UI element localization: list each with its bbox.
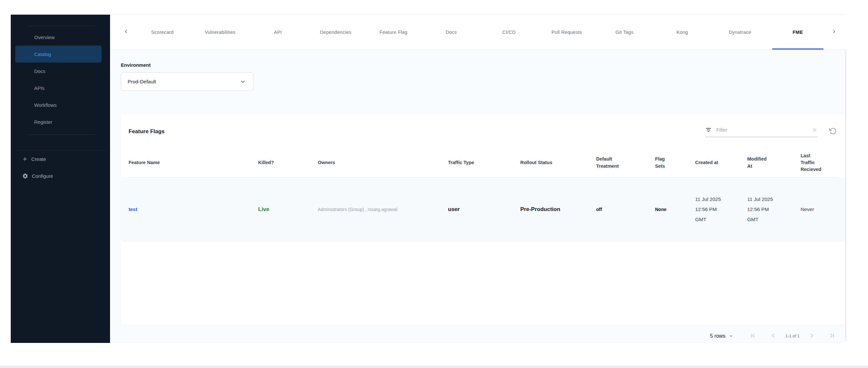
card-header-actions: × xyxy=(705,126,837,137)
column-header-created-at: Created at xyxy=(695,159,747,166)
sidebar-item-apis[interactable]: APIs xyxy=(11,80,110,96)
tab-ci-cd[interactable]: CI/CD xyxy=(480,15,538,50)
content-area: Environment Prod-Default Feature Flags xyxy=(110,50,846,343)
sidebar-item-catalog[interactable]: Catalog xyxy=(15,45,101,63)
last-traffic-recieved-cell: Never xyxy=(801,207,837,212)
gear-icon xyxy=(22,173,28,179)
feature-flags-card: Feature Flags × xyxy=(121,115,844,325)
default-treatment-cell: off xyxy=(596,207,655,212)
sidebar-item-label: Register xyxy=(34,119,53,125)
tab-bar: Scorecard Vulnerabilities API Dependenci… xyxy=(110,15,846,50)
rows-per-page-select[interactable]: 5 rows xyxy=(710,333,734,339)
owners-cell: Administrators (Group) , nisarg.agrawal xyxy=(318,207,448,212)
column-header-traffic-type: Traffic Type xyxy=(448,159,520,166)
tab-api[interactable]: API xyxy=(249,15,307,50)
tab-label: Kong xyxy=(677,30,688,35)
sidebar: Overview Catalog Docs APIs Workflows Reg… xyxy=(11,14,110,343)
chevron-left-icon xyxy=(770,332,776,340)
sidebar-configure-button[interactable]: Configure xyxy=(11,167,110,184)
configure-label: Configure xyxy=(32,173,53,179)
environment-label: Environment xyxy=(121,62,844,68)
filter-box: × xyxy=(705,126,817,137)
feature-name-link[interactable]: test xyxy=(129,207,137,212)
prev-page-button[interactable] xyxy=(763,331,783,342)
tab-pull-requests[interactable]: Pull Requests xyxy=(538,15,595,50)
first-page-button[interactable] xyxy=(743,331,763,342)
table-row: test Live Administrators (Group) , nisar… xyxy=(121,178,844,241)
created-at-cell: 11 Jul 2025 12:56 PM GMT xyxy=(695,194,747,224)
chevron-right-icon xyxy=(808,332,815,340)
chevron-down-icon xyxy=(240,79,246,85)
plus-icon xyxy=(22,156,28,162)
tab-docs[interactable]: Docs xyxy=(422,15,480,50)
filter-input[interactable] xyxy=(716,127,808,133)
refresh-icon xyxy=(829,127,837,136)
tab-label: Git Tags xyxy=(615,30,633,35)
column-header-last-traffic-recieved: Last Traffic Recieved xyxy=(801,152,837,173)
scrollbar-track[interactable] xyxy=(845,51,846,341)
tab-dependencies[interactable]: Dependencies xyxy=(307,15,364,50)
sidebar-item-docs[interactable]: Docs xyxy=(11,63,110,80)
pagination-bar: 5 rows 1-1 of 1 xyxy=(121,325,844,343)
reset-button[interactable] xyxy=(829,127,837,136)
tab-feature-flag[interactable]: Feature Flag xyxy=(365,15,422,50)
clear-filter-icon[interactable]: × xyxy=(812,126,817,134)
last-page-icon xyxy=(829,332,835,340)
sidebar-item-workflows[interactable]: Workflows xyxy=(11,96,110,113)
sidebar-item-label: Workflows xyxy=(34,102,57,108)
tab-dynatrace[interactable]: Dynatrace xyxy=(711,15,769,50)
column-header-killed: Killed? xyxy=(258,159,318,166)
environment-select[interactable]: Prod-Default xyxy=(121,72,253,91)
tab-label: CI/CD xyxy=(502,30,516,35)
tabs-scroll-right-button[interactable] xyxy=(827,15,842,50)
column-header-rollout-status: Rollout Status xyxy=(520,159,596,166)
column-header-owners: Owners xyxy=(318,159,448,166)
column-header-default-treatment: Default Treatment xyxy=(596,156,655,170)
create-label: Create xyxy=(31,156,46,162)
column-header-feature-name: Feature Name xyxy=(129,159,258,166)
window-bottom-strip xyxy=(0,366,868,368)
tab-label: API xyxy=(274,30,282,35)
killed-status: Live xyxy=(258,206,269,212)
filter-icon xyxy=(705,127,712,133)
sidebar-item-label: Docs xyxy=(34,68,45,74)
card-title: Feature Flags xyxy=(129,128,165,135)
feature-name-cell: test xyxy=(129,207,258,212)
column-header-modified-at: Modified At xyxy=(747,156,801,170)
flag-sets-cell: None xyxy=(655,207,695,212)
page-range-label: 1-1 of 1 xyxy=(783,334,802,338)
tab-label: Vulnerabilities xyxy=(205,30,236,35)
sidebar-item-label: Overview xyxy=(34,34,55,40)
tab-label: FME xyxy=(793,30,803,35)
tab-fme[interactable]: FME xyxy=(769,15,827,50)
environment-section: Environment Prod-Default xyxy=(121,62,844,91)
next-page-button[interactable] xyxy=(802,331,822,342)
card-header: Feature Flags × xyxy=(129,115,837,148)
rows-per-page-value: 5 rows xyxy=(710,333,725,339)
first-page-icon xyxy=(749,332,756,340)
tab-label: Pull Requests xyxy=(552,30,582,35)
tab-kong[interactable]: Kong xyxy=(653,15,711,50)
sidebar-item-register[interactable]: Register xyxy=(11,113,110,130)
tab-label: Scorecard xyxy=(151,30,174,35)
environment-selected-value: Prod-Default xyxy=(128,79,156,85)
traffic-type-cell: user xyxy=(448,206,520,213)
column-header-flag-sets: Flag Sets xyxy=(655,156,695,170)
tab-label: Dynatrace xyxy=(729,30,751,35)
sidebar-item-label: Catalog xyxy=(34,52,51,57)
table-header-row: Feature Name Killed? Owners Traffic Type… xyxy=(129,148,837,178)
tab-label: Docs xyxy=(446,30,457,35)
killed-cell: Live xyxy=(258,206,318,213)
tab-scorecard[interactable]: Scorecard xyxy=(133,15,191,50)
tab-vulnerabilities[interactable]: Vulnerabilities xyxy=(191,15,249,50)
last-page-button[interactable] xyxy=(822,331,842,342)
tabs-scroll-left-button[interactable] xyxy=(119,15,133,50)
tab-git-tags[interactable]: Git Tags xyxy=(595,15,653,50)
modified-at-cell: 11 Jul 2025 12:56 PM GMT xyxy=(747,194,801,224)
app-window: Overview Catalog Docs APIs Workflows Reg… xyxy=(11,14,846,343)
sidebar-create-button[interactable]: Create xyxy=(11,150,110,167)
sidebar-divider-short xyxy=(29,134,95,135)
sidebar-item-overview[interactable]: Overview xyxy=(11,29,110,45)
tab-label: Dependencies xyxy=(320,30,351,35)
main-panel: Scorecard Vulnerabilities API Dependenci… xyxy=(110,14,846,343)
